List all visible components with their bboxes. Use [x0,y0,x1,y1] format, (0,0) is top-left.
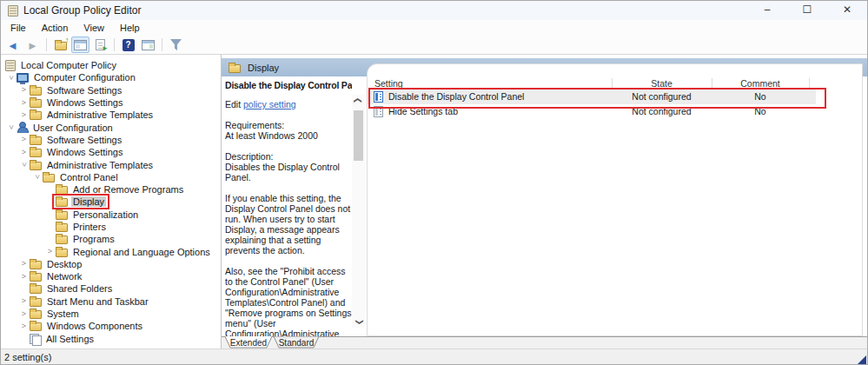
tree-item-core: Windows Settings [30,147,124,157]
status-text: 2 setting(s) [4,352,51,362]
setting-row-disable-the-display-control-panel[interactable]: Disable the Display Control PanelNot con… [368,90,862,104]
tree-item-label: Windows Components [45,321,144,331]
scroll-icon [5,60,16,71]
tree-item-printers[interactable]: Printers [1,221,221,233]
details-area: Display Disable the Display Control Pane… [222,55,867,348]
menu-help[interactable]: Help [112,22,148,35]
tab-extended[interactable]: Extended [225,336,272,348]
tree-item-regional-and-language-options[interactable]: >Regional and Language Options [1,245,221,257]
scroll-down-icon[interactable]: ❯ [353,315,364,328]
tree-item-all-settings[interactable]: All Settings [1,333,221,345]
chevron-right-icon[interactable]: > [44,246,56,257]
menu-file[interactable]: File [3,22,34,35]
tree-item-core: All Settings [30,334,96,344]
tree-item-label: Shared Folders [45,283,114,294]
tree-item-label: User Configuration [31,123,115,133]
tree-item-network[interactable]: >Network [1,270,221,282]
filter-button[interactable] [167,36,185,53]
scroll-up-icon[interactable]: ❯ [353,94,364,107]
chevron-right-icon[interactable]: > [18,84,30,96]
export-list-button[interactable] [91,36,109,53]
tree-item-label: Regional and Language Options [71,247,212,257]
console-tree-pane: Local Computer Policy>Computer Configura… [1,55,222,348]
chevron-right-icon[interactable]: > [18,147,30,158]
tree-item-control-panel[interactable]: >Control Panel [1,171,221,183]
up-one-level-button[interactable] [51,36,70,53]
edit-policy-setting-link[interactable]: policy setting [243,99,296,110]
folder-up-icon [55,42,67,50]
tree-item-display[interactable]: Display [1,196,221,208]
minimize-button[interactable]: – [747,1,787,20]
chevron-down-icon[interactable]: > [5,72,17,83]
tree-item-shared-folders[interactable]: Shared Folders [1,282,221,295]
app-scroll-icon [8,5,18,17]
tree-item-administrative-templates[interactable]: >Administrative Templates [1,158,221,170]
tab-standard[interactable]: Standard [274,336,319,348]
computer-icon [17,73,29,83]
tree-item-software-settings[interactable]: >Software Settings [1,84,221,96]
policy-description: Edit policy setting Requirements: At lea… [225,99,352,336]
chevron-right-icon[interactable]: > [18,258,30,269]
tree-item-system[interactable]: >System [1,308,221,320]
tree-item-personalization[interactable]: Personalization [1,209,221,221]
show-console-tree-button[interactable] [71,36,89,53]
description-scrollbar[interactable]: ❯ ❯ [352,95,365,328]
view-tabs: Extended Standard [223,336,324,348]
tree-item-computer-configuration[interactable]: >Computer Configuration [1,71,221,83]
title-bar: Local Group Policy Editor – ☐ ✕ [1,1,867,20]
maximize-button[interactable]: ☐ [787,1,827,20]
tree-item-local-computer-policy[interactable]: Local Computer Policy [1,59,221,71]
tree-item-software-settings[interactable]: >Software Settings [1,134,221,146]
chevron-right-icon[interactable]: > [18,110,30,121]
chevron-right-icon[interactable]: > [18,309,30,320]
show-action-pane-button[interactable] [139,36,157,53]
chevron-down-icon[interactable]: > [18,159,30,170]
chevron-right-icon[interactable]: > [18,134,30,145]
chevron-down-icon[interactable]: > [31,171,43,182]
scrollbar-thumb[interactable] [354,110,363,161]
resize-grip-icon[interactable] [857,355,866,365]
chevron-right-icon[interactable]: > [18,295,30,307]
chevron-right-icon[interactable]: > [18,271,30,282]
tree-item-windows-settings[interactable]: >Windows Settings [1,96,221,109]
help-button[interactable] [119,36,137,53]
description-paragraph-4: Also, see the "Prohibit access to the Co… [225,266,352,336]
toolbar-separator [114,38,115,51]
chevron-right-icon[interactable]: > [18,321,30,332]
back-button[interactable] [3,36,22,53]
tree-item-desktop[interactable]: >Desktop [1,258,221,270]
toolbar-separator [46,38,47,51]
tree-item-label: Local Computer Policy [19,60,118,70]
close-button[interactable]: ✕ [827,1,867,20]
tree-item-windows-components[interactable]: >Windows Components [1,320,221,332]
folder-icon [56,223,68,232]
description-paragraph-3: If you enable this setting, the Display … [225,193,352,256]
svg-text:Extended: Extended [230,338,267,348]
tree-item-add-or-remove-programs[interactable]: Add or Remove Programs [1,183,221,196]
tree-item-windows-settings[interactable]: >Windows Settings [1,146,221,158]
tree-item-start-menu-and-taskbar[interactable]: >Start Menu and Taskbar [1,295,221,308]
tree-item-core: Start Menu and Taskbar [30,296,150,307]
tree-item-core: Printers [56,222,108,232]
tree-item-label: Computer Configuration [32,72,137,83]
folder-icon [56,236,68,244]
tree-item-core: Administrative Templates [30,110,155,120]
tree-item-core: Control Panel [43,172,120,182]
menu-action[interactable]: Action [34,22,76,35]
tree-item-programs[interactable]: Programs [1,233,221,245]
filter-icon [170,39,182,50]
tree-item-label: Display [71,196,106,207]
edit-prefix: Edit [225,99,243,110]
tree-item-label: Network [45,271,83,282]
tree-item-user-configuration[interactable]: >User Configuration [1,121,221,133]
policy-title: Disable the Display Control Panel [225,80,352,90]
tree-item-administrative-templates[interactable]: >Administrative Templates [1,109,221,121]
description-paragraph-2: Description: Disables the Display Contro… [225,151,352,182]
main-area: Local Computer Policy>Computer Configura… [1,55,867,348]
tree-item-core: System [30,309,81,319]
folder-icon [30,111,42,120]
chevron-right-icon[interactable]: > [18,97,30,109]
chevron-down-icon[interactable]: > [5,122,17,133]
menu-view[interactable]: View [76,22,112,35]
forward-button[interactable] [23,36,42,53]
